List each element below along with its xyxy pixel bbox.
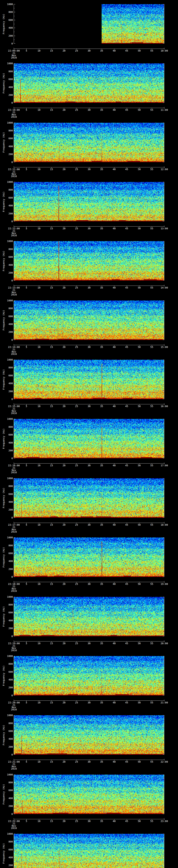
y-axis-tick [14,814,15,814]
y-axis-tick [164,616,164,617]
y-tick-label: 200 [5,153,13,155]
y-axis-tick [14,277,14,277]
x-tick-label: 50 [136,287,143,289]
y-tick-label: 800 [5,485,13,487]
y-axis-tick [14,273,15,273]
y-axis-tick [163,790,164,790]
x-tick-label: 5 [23,405,30,407]
spectrogram-figure: 10008006004002000Frequency (Hz)510152025… [0,0,178,868]
x-tick-label: 10 [35,702,42,704]
y-axis-tick [14,616,14,617]
x-tick-label: 40 [111,405,118,407]
y-tick-label: 800 [5,426,13,428]
y-tick-label: 1000 [5,359,13,361]
y-axis-tick [14,63,15,64]
x-tick-label: 40 [111,227,118,230]
x-tick-label: 20 [60,820,67,823]
x-tick-label: 40 [111,820,118,823]
x-tick-label: 55 [148,583,155,585]
x-tick-label: 40 [111,761,118,763]
y-axis-tick [164,8,164,8]
y-axis-tick [164,490,164,490]
y-axis-tick [163,265,164,265]
y-tick-label: 800 [5,307,13,310]
x-tick-label: 35 [98,109,105,111]
y-axis-tick [163,360,164,360]
x-end-time-label: 23:00 [158,820,170,823]
x-tick-label: 50 [136,642,143,645]
y-axis-tick [14,597,15,597]
y-tick-label: 0 [5,694,13,696]
x-tick-label: 30 [86,109,93,111]
spectrogram-panel: 10008006004002000Frequency (Hz)510152025… [0,537,178,597]
y-tick-label: 200 [5,390,13,393]
date-label-year: 2016 [7,116,21,118]
y-axis-tick [14,265,15,265]
y-axis-tick [163,419,164,419]
spectrogram-heatmap [14,775,164,814]
x-tick-label: 20 [60,524,67,526]
x-tick-label: 20 [60,761,67,763]
y-axis-tick [163,190,164,190]
x-tick-label: 50 [136,50,143,52]
x-tick-label: 40 [111,109,118,111]
y-axis-title: Frequency (Hz) [2,665,5,686]
x-tick-label: 5 [23,761,30,763]
x-tick-label: 50 [136,524,143,526]
y-axis-tick [14,494,15,494]
x-tick-label: 15 [48,50,55,52]
y-axis-tick [14,36,15,36]
y-axis-tick [163,4,164,4]
y-axis-tick [164,75,164,75]
y-tick-label: 600 [5,848,13,851]
x-end-time-label: 21:00 [158,702,170,704]
y-axis-tick [14,723,15,723]
spectrogram-panel: 10008006004002000Frequency (Hz)510152025… [0,478,178,538]
y-tick-label: 200 [5,35,13,37]
y-axis-tick [164,691,164,692]
x-tick-label: 45 [123,109,130,111]
x-tick-label: 20 [60,583,67,585]
y-axis-tick [14,577,15,577]
date-label-year: 2016 [7,649,21,652]
y-axis-tick [14,490,14,490]
y-tick-label: 1000 [5,122,13,124]
y-tick-label: 400 [5,441,13,444]
y-axis-tick [163,577,164,577]
y-axis-tick [163,754,164,755]
y-axis-tick [163,273,164,273]
x-tick-label: 30 [86,287,93,289]
x-tick-label: 20 [60,287,67,289]
x-end-time-label: 11:00 [158,109,170,111]
y-tick-label: 200 [5,864,13,866]
x-end-time-label: 17:00 [158,464,170,467]
y-axis-tick [163,280,164,281]
y-tick-label: 800 [5,663,13,665]
y-axis-tick [14,190,15,190]
spectrogram-heatmap [14,715,164,755]
y-axis-tick [163,391,164,392]
x-tick-label: 35 [98,642,105,645]
x-tick-label: 50 [136,109,143,111]
y-axis-tick [164,632,164,632]
y-axis-tick [14,134,14,135]
y-axis-title: Frequency (Hz) [2,191,5,212]
y-axis-tick [163,478,164,478]
y-axis-tick [14,340,15,340]
y-axis-title: Frequency (Hz) [2,547,5,567]
x-tick-label: 20 [60,227,67,230]
y-axis-tick [163,502,164,502]
x-tick-label: 5 [23,227,30,230]
x-tick-label: 35 [98,50,105,52]
x-tick-label: 25 [73,50,80,52]
y-axis-tick [14,849,15,850]
x-end-time-label: 18:00 [158,524,170,526]
x-tick-label: 5 [23,642,30,645]
y-tick-label: 400 [5,856,13,859]
x-tick-label: 15 [48,405,55,407]
y-tick-label: 600 [5,78,13,81]
y-axis-tick [164,158,164,158]
y-axis-tick [14,320,14,320]
y-axis-tick [14,24,14,24]
y-axis-tick [163,782,164,783]
